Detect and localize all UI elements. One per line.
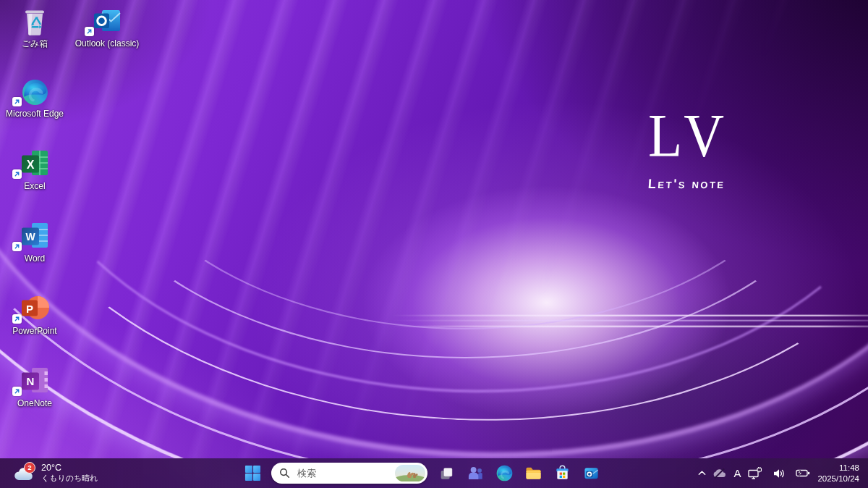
taskbar: 2 20°C くもりのち晴れ: [0, 458, 868, 488]
desktop-icon-label: Outlook (classic): [73, 39, 141, 49]
file-explorer-icon: [525, 465, 542, 481]
edge-taskbar-button[interactable]: [490, 459, 519, 488]
weather-condition: くもりのち晴れ: [41, 474, 98, 483]
outlook-icon: [583, 465, 600, 481]
svg-text:N: N: [27, 375, 35, 387]
lets-note-logo: LV Let's note: [648, 106, 757, 192]
windows-logo-icon: [244, 465, 261, 481]
widgets-weather-button[interactable]: 2 20°C くもりのち晴れ: [7, 458, 104, 488]
taskbar-center-group: [239, 458, 605, 488]
desktop-icon-label: Word: [1, 254, 69, 264]
desktop-icon-label: Microsoft Edge: [1, 109, 69, 119]
weather-temperature: 20°C: [41, 463, 98, 474]
shortcut-arrow-badge: [12, 169, 22, 179]
search-input[interactable]: [296, 467, 395, 479]
weather-alert-badge: 2: [24, 462, 35, 474]
chevron-up-icon: [697, 468, 707, 478]
tray-date: 2025/10/24: [817, 474, 859, 484]
desktop-icon-outlook-classic[interactable]: Outlook (classic): [73, 5, 141, 49]
desktop-icon-microsoft-edge[interactable]: Microsoft Edge: [1, 75, 69, 119]
onedrive-tray-button[interactable]: [710, 461, 729, 486]
volume-icon: [773, 468, 786, 479]
search-daily-image[interactable]: [395, 465, 425, 481]
desktop-icon-powerpoint[interactable]: P PowerPoint: [1, 293, 69, 337]
excel-icon: X: [20, 149, 49, 178]
teams-icon: [467, 465, 484, 481]
desktop-icon-label: OneNote: [1, 399, 69, 409]
svg-text:W: W: [25, 231, 35, 243]
search-icon: [279, 468, 290, 479]
task-view-icon: [438, 466, 454, 481]
edge-icon: [496, 465, 513, 481]
recycle-bin-icon: [22, 7, 48, 35]
quick-settings-button[interactable]: [745, 461, 813, 486]
microsoft-store-button[interactable]: [548, 459, 576, 488]
onenote-icon: N: [20, 366, 49, 395]
shortcut-arrow-badge: [12, 97, 22, 106]
weather-cloud-icon: 2: [13, 466, 35, 481]
wallpaper: LV Let's note: [0, 0, 868, 488]
ime-mode-button[interactable]: A: [729, 461, 745, 486]
onedrive-offline-icon: [712, 468, 726, 479]
desktop: LV Let's note ごみ箱: [0, 0, 868, 488]
desktop-icon-recycle-bin[interactable]: ごみ箱: [1, 5, 69, 49]
desktop-icon-excel[interactable]: X Excel: [1, 148, 69, 192]
outlook-new-button[interactable]: [576, 459, 605, 488]
hidden-icons-chevron-button[interactable]: [694, 461, 710, 486]
search-box[interactable]: [271, 463, 427, 484]
teams-button[interactable]: [461, 459, 490, 488]
shortcut-arrow-badge: [12, 314, 22, 324]
word-icon: W: [20, 222, 49, 251]
edge-icon: [22, 79, 48, 106]
network-icon: [748, 467, 762, 480]
desktop-icon-onenote[interactable]: N OneNote: [1, 365, 69, 409]
system-tray: A 11:48 20: [694, 458, 865, 488]
shortcut-arrow-badge: [12, 242, 22, 251]
svg-text:X: X: [27, 159, 35, 171]
desktop-icon-label: Excel: [1, 182, 69, 192]
task-view-button[interactable]: [432, 459, 461, 488]
clock-button[interactable]: 11:48 2025/10/24: [813, 461, 865, 486]
outlook-classic-icon: [93, 7, 122, 35]
shortcut-arrow-badge: [12, 387, 22, 396]
desktop-icon-label: ごみ箱: [1, 39, 69, 49]
shortcut-arrow-badge: [85, 27, 94, 36]
desktop-icon-label: PowerPoint: [1, 327, 69, 337]
file-explorer-button[interactable]: [519, 459, 548, 488]
wallpaper-diagonal-streaks: [0, 0, 868, 488]
microsoft-store-icon: [554, 465, 571, 481]
logo-lets-note-text: Let's note: [647, 177, 757, 192]
powerpoint-icon: P: [20, 294, 49, 323]
start-button[interactable]: [239, 459, 265, 488]
desktop-icon-word[interactable]: W Word: [1, 220, 69, 264]
tray-time: 11:48: [839, 463, 859, 474]
logo-lv-text: LV: [648, 106, 748, 167]
svg-text:P: P: [26, 303, 33, 315]
wallpaper-horizontal-streak: [391, 311, 868, 329]
battery-charging-icon: [796, 468, 810, 479]
